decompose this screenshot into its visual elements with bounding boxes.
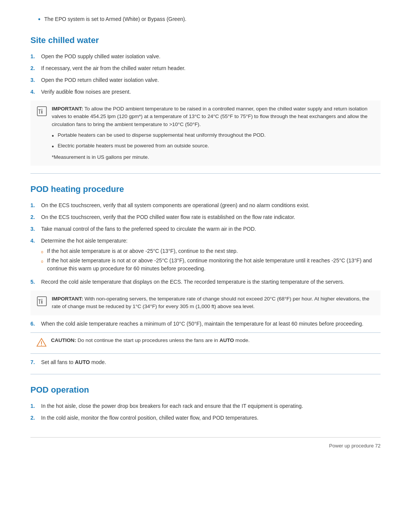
caution-content: CAUTION: Do not continue the start up pr… — [51, 337, 250, 344]
site-chilled-water-note: i IMPORTANT: To allow the POD ambient te… — [30, 101, 381, 166]
svg-text:i: i — [41, 298, 43, 305]
pod-heating-step7: 7. Set all fans to AUTO mode. — [30, 358, 381, 366]
list-item: 4. Verify audible flow noises are presen… — [30, 88, 381, 96]
pod-heating-steps: 1. On the ECS touchscreen, verify that a… — [30, 201, 381, 286]
step-num: 1. — [30, 53, 41, 61]
important-text: With non-operating servers, the temperat… — [52, 296, 369, 309]
pod-operation-section: POD operation 1. In the hot aisle, close… — [30, 383, 381, 422]
circle-dot-icon: o — [41, 249, 43, 255]
step-text: In the hot aisle, close the power drop b… — [41, 402, 381, 410]
step-text: In the cold aisle, monitor the flow cont… — [41, 414, 381, 422]
step-num: 1. — [30, 402, 41, 410]
step-text: Open the POD supply chilled water isolat… — [41, 53, 381, 61]
pod-operation-heading: POD operation — [30, 383, 381, 396]
step-text: Verify audible flow noises are present. — [41, 88, 381, 96]
caution-box: CAUTION: Do not continue the start up pr… — [30, 332, 381, 354]
pod-heating-step6: 6. When the cold aisle temperature reach… — [30, 320, 381, 328]
list-item: o If the hot aisle temperature is at or … — [41, 247, 381, 255]
step-num: 4. — [30, 237, 41, 245]
step-text: Determine the hot aisle temperature: — [41, 238, 127, 244]
step7-text-before: Set all fans to — [41, 359, 75, 365]
step-text: If necessary, vent the air from the chil… — [41, 64, 381, 72]
step-num: 2. — [30, 213, 41, 221]
list-item: 1. On the ECS touchscreen, verify that a… — [30, 201, 381, 209]
step-num: 3. — [30, 225, 41, 233]
sub-dot-icon: • — [52, 142, 54, 151]
step-content: Determine the hot aisle temperature: o I… — [41, 237, 381, 274]
site-chilled-water-heading: Site chilled water — [30, 34, 381, 46]
step-text: Set all fans to AUTO mode. — [41, 358, 381, 366]
list-item: 2. On the ECS touchscreen, verify that t… — [30, 213, 381, 221]
step7-bold: AUTO — [75, 359, 90, 365]
list-item: 1. Open the POD supply chilled water iso… — [30, 53, 381, 61]
section-divider — [30, 173, 381, 174]
list-item: 3. Take manual control of the fans to th… — [30, 225, 381, 233]
list-item: 3. Open the POD return chilled water iso… — [30, 76, 381, 84]
step-text: On the ECS touchscreen, verify that the … — [41, 213, 381, 221]
step-num: 6. — [30, 320, 41, 328]
list-item: 5. Record the cold aisle temperature tha… — [30, 278, 381, 286]
step-text: On the ECS touchscreen, verify that all … — [41, 201, 381, 209]
circle-dot-icon: o — [41, 259, 43, 264]
sub-bullet-text: If the hot aisle temperature is not at o… — [47, 257, 381, 273]
svg-text:i: i — [41, 108, 43, 115]
step-text: Open the POD return chilled water isolat… — [41, 76, 381, 84]
hot-aisle-sub-bullets: o If the hot aisle temperature is at or … — [41, 247, 381, 273]
step-text: Record the cold aisle temperature that d… — [41, 278, 381, 286]
site-chilled-water-steps: 1. Open the POD supply chilled water iso… — [30, 53, 381, 96]
caution-label: CAUTION: — [51, 337, 76, 343]
step7-text-after: mode. — [90, 359, 106, 365]
pod-heating-important-note: i IMPORTANT: With non-operating servers,… — [30, 291, 381, 315]
step-num: 3. — [30, 76, 41, 84]
pod-operation-steps: 1. In the hot aisle, close the power dro… — [30, 402, 381, 422]
note-icon: i — [37, 296, 47, 307]
note-footnote: *Measurement is in US gallons per minute… — [52, 153, 374, 161]
list-item: 1. In the hot aisle, close the power dro… — [30, 402, 381, 410]
sub-bullet-text: Electric portable heaters must be powere… — [58, 142, 209, 150]
note-icon: i — [37, 106, 47, 117]
caution-text-after: mode. — [234, 337, 250, 343]
caution-text-before: Do not continue the start up procedures … — [76, 337, 220, 343]
step-num: 7. — [30, 358, 41, 366]
intro-bullet-text: The EPO system is set to Armed (White) o… — [44, 15, 186, 23]
list-item: 4. Determine the hot aisle temperature: … — [30, 237, 381, 274]
caution-triangle-icon — [37, 337, 46, 350]
intro-bullet: • The EPO system is set to Armed (White)… — [38, 15, 381, 25]
note-content: IMPORTANT: With non-operating servers, t… — [52, 295, 374, 311]
list-item: 7. Set all fans to AUTO mode. — [30, 358, 381, 366]
sub-dot-icon: • — [52, 131, 54, 141]
step-num: 2. — [30, 414, 41, 422]
list-item: 6. When the cold aisle temperature reach… — [30, 320, 381, 328]
list-item: 2. If necessary, vent the air from the c… — [30, 64, 381, 72]
important-label: IMPORTANT: — [52, 296, 83, 302]
pod-heating-heading: POD heating procedure — [30, 183, 381, 195]
step-num: 1. — [30, 201, 41, 209]
step-num: 2. — [30, 64, 41, 72]
svg-point-10 — [41, 345, 42, 345]
section-divider — [30, 374, 381, 374]
pod-heating-section: POD heating procedure 1. On the ECS touc… — [30, 183, 381, 366]
step-text: When the cold aisle temperature reaches … — [41, 320, 381, 328]
footer-text: Power up procedure 72 — [329, 442, 381, 450]
list-item: • Portable heaters can be used to disper… — [52, 131, 374, 141]
sub-bullet-text: If the hot aisle temperature is at or ab… — [47, 247, 238, 255]
note-content: IMPORTANT: To allow the POD ambient temp… — [52, 105, 374, 161]
footer: Power up procedure 72 — [30, 437, 381, 450]
step-num: 4. — [30, 88, 41, 96]
list-item: • Electric portable heaters must be powe… — [52, 142, 374, 151]
caution-bold: AUTO — [220, 337, 234, 343]
step-text: Take manual control of the fans to the p… — [41, 225, 381, 233]
sub-bullet-text: Portable heaters can be used to disperse… — [58, 131, 266, 139]
list-item: 2. In the cold aisle, monitor the flow c… — [30, 414, 381, 422]
list-item: o If the hot aisle temperature is not at… — [41, 257, 381, 273]
step-num: 5. — [30, 278, 41, 286]
note-sub-bullets: • Portable heaters can be used to disper… — [52, 131, 374, 151]
bullet-dot-icon: • — [38, 14, 40, 25]
note-text: To allow the POD ambient temperature to … — [52, 106, 368, 127]
site-chilled-water-section: Site chilled water 1. Open the POD suppl… — [30, 34, 381, 166]
important-label: IMPORTANT: — [52, 106, 83, 112]
